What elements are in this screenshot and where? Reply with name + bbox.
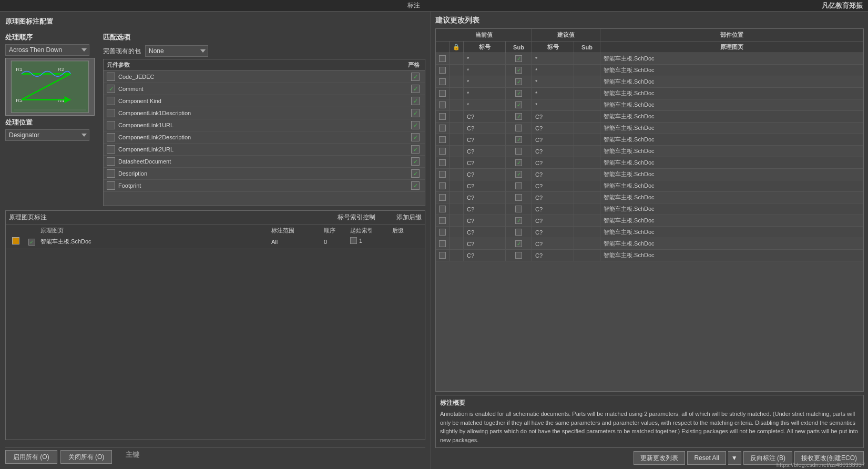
param-strict-7[interactable] — [411, 157, 420, 166]
sugg-cb-13[interactable] — [439, 206, 446, 212]
close-all-button[interactable]: 关闭所有 (O) — [60, 450, 113, 464]
sugg-cb-11[interactable] — [439, 182, 446, 189]
suggestions-table-wrap[interactable]: 当前值 建议值 部件位置 🔒 标号 Sub 标号 Sub 原理图页 — [435, 28, 864, 392]
sugg-cb-16[interactable] — [439, 240, 446, 247]
sugg-cb-3[interactable] — [439, 90, 446, 97]
sugg-des-8: C? — [464, 146, 506, 157]
param-checkbox-4[interactable] — [107, 121, 115, 129]
param-strict-6[interactable] — [411, 145, 420, 154]
enable-all-button[interactable]: 启用所有 (O) — [5, 450, 57, 464]
left-panel-title: 原理图标注配置 — [5, 17, 425, 26]
sugg-cb-5[interactable] — [439, 113, 446, 120]
sugg-row: C? C? 智能车主板.SchDoc — [436, 123, 863, 134]
sugg-sub-cb-14[interactable] — [515, 217, 522, 224]
sugg-sheet-2: 智能车主板.SchDoc — [600, 76, 863, 88]
sugg-sug-sub-13 — [574, 203, 600, 215]
params-table-container[interactable]: 元件参数 严格 Code_JEDEC — [103, 59, 425, 206]
sugg-sub-cb-10[interactable] — [515, 171, 522, 178]
param-strict-0[interactable] — [411, 73, 420, 81]
param-strict-4[interactable] — [411, 121, 420, 129]
sugg-sub-cb-3[interactable] — [515, 90, 522, 97]
param-strict-5[interactable] — [411, 133, 420, 141]
sugg-des-1: * — [464, 65, 506, 76]
param-strict-8[interactable] — [411, 169, 420, 178]
param-checkbox-0[interactable] — [107, 73, 115, 81]
param-checkbox-6[interactable] — [107, 145, 115, 154]
sugg-cb-8[interactable] — [439, 148, 446, 155]
anno-order: 0 — [323, 236, 349, 248]
url-bar: https://blog.csdn.net/as480133937 — [773, 461, 868, 469]
sugg-sub-cb-5[interactable] — [515, 113, 522, 120]
suggestions-title: 建议更改列表 — [435, 16, 864, 25]
sugg-cb-1[interactable] — [439, 67, 446, 74]
param-checkbox-8[interactable] — [107, 169, 115, 178]
sugg-des-7: C? — [464, 134, 506, 146]
sugg-sub-cb-11[interactable] — [515, 182, 522, 189]
index-control-label: 标号索引控制 — [338, 213, 375, 222]
sugg-cb-12[interactable] — [439, 194, 446, 201]
sugg-des-9: C? — [464, 157, 506, 169]
preview-svg: R1 R2 R3 R4 — [6, 58, 94, 115]
sugg-cb-0[interactable] — [439, 55, 446, 62]
param-checkbox-3[interactable] — [107, 109, 115, 117]
sugg-sub-cb-15[interactable] — [515, 229, 522, 236]
sugg-cb-10[interactable] — [439, 171, 446, 178]
param-row: Comment — [104, 83, 425, 95]
sugg-cb-15[interactable] — [439, 229, 446, 236]
reset-all-dropdown-button[interactable]: ▼ — [728, 451, 741, 465]
sugg-sug-des-7: C? — [532, 134, 574, 146]
sugg-sub-cb-12[interactable] — [515, 194, 522, 201]
param-name-3: ComponentLink1Description — [118, 110, 191, 116]
param-strict-2[interactable] — [411, 97, 420, 105]
sugg-sub-cb-16[interactable] — [515, 240, 522, 247]
complete-pkg-select[interactable]: None All Custom — [145, 45, 208, 57]
sugg-des-2: * — [464, 76, 506, 88]
anno-th-order: 顺序 — [323, 226, 349, 236]
param-row: Code_JEDEC — [104, 71, 425, 83]
anno-index-check[interactable] — [350, 237, 357, 244]
sugg-row: C? C? 智能车主板.SchDoc — [436, 180, 863, 192]
sugg-th-sheet: 原理图页 — [600, 42, 863, 53]
update-list-button[interactable]: 更新更改列表 — [634, 451, 685, 465]
sugg-sub-cb-8[interactable] — [515, 148, 522, 155]
complete-pkg-label: 完善现有的包 — [103, 47, 141, 56]
sugg-sub-cb-2[interactable] — [515, 78, 522, 85]
sugg-cb-2[interactable] — [439, 78, 446, 85]
sugg-sub-cb-13[interactable] — [515, 206, 522, 212]
sugg-sub-cb-4[interactable] — [515, 101, 522, 108]
sugg-sheet-3: 智能车主板.SchDoc — [600, 88, 863, 99]
sugg-sub-cb-7[interactable] — [515, 136, 522, 143]
processing-position-select[interactable]: Designator — [5, 129, 89, 141]
param-checkbox-1[interactable] — [107, 85, 115, 93]
param-row: Footprint — [104, 180, 425, 192]
param-strict-1[interactable] — [411, 85, 420, 93]
sugg-cb-4[interactable] — [439, 101, 446, 108]
sugg-cb-14[interactable] — [439, 217, 446, 224]
sugg-des-0: * — [464, 53, 506, 65]
sugg-des-13: C? — [464, 203, 506, 215]
param-row: ComponentLink1Description — [104, 107, 425, 119]
sugg-sub-cb-1[interactable] — [515, 67, 522, 74]
svg-text:R4: R4 — [58, 97, 65, 103]
param-checkbox-7[interactable] — [107, 157, 115, 166]
param-checkbox-9[interactable] — [107, 181, 115, 190]
sugg-des-14: C? — [464, 215, 506, 227]
param-checkbox-5[interactable] — [107, 133, 115, 141]
sugg-sub-cb-17[interactable] — [515, 252, 522, 259]
processing-order-select[interactable]: Across Then Down Down Then Across By She… — [5, 44, 89, 56]
sugg-sub-cb-0[interactable] — [515, 55, 522, 62]
sugg-sub-cb-6[interactable] — [515, 125, 522, 131]
param-strict-9[interactable] — [411, 181, 420, 190]
reset-all-button[interactable]: Reset All — [687, 451, 726, 465]
param-name-6: ComponentLink2URL — [118, 146, 173, 152]
sugg-cb-7[interactable] — [439, 136, 446, 143]
param-checkbox-2[interactable] — [107, 97, 115, 105]
sugg-cb-6[interactable] — [439, 125, 446, 131]
sugg-cb-9[interactable] — [439, 159, 446, 166]
anno-row-checkbox[interactable] — [28, 239, 35, 246]
param-strict-3[interactable] — [411, 109, 420, 117]
sugg-sheet-11: 智能车主板.SchDoc — [600, 180, 863, 192]
sugg-sheet-14: 智能车主板.SchDoc — [600, 215, 863, 227]
sugg-cb-17[interactable] — [439, 252, 446, 259]
sugg-sub-cb-9[interactable] — [515, 159, 522, 166]
